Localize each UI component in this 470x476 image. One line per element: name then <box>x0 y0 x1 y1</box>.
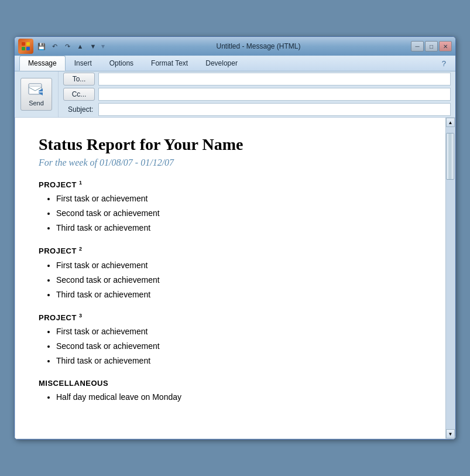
list-item: Second task or achievement <box>56 340 422 352</box>
tab-options[interactable]: Options <box>101 56 142 71</box>
list-item: Half day medical leave on Monday <box>56 391 422 403</box>
ribbon-tabs: Message Insert Options Format Text Devel… <box>15 56 455 71</box>
message-content[interactable]: Status Report for Your Name For the week… <box>15 118 445 439</box>
list-item: Third task or achievement <box>56 355 422 367</box>
send-icon <box>27 82 46 98</box>
to-input[interactable] <box>98 73 451 85</box>
list-item: First task or achievement <box>56 326 422 338</box>
redo-icon[interactable]: ↷ <box>61 40 73 52</box>
help-icon[interactable]: ? <box>437 56 451 71</box>
message-body: Status Report for Your Name For the week… <box>15 117 455 439</box>
to-button[interactable]: To... <box>63 73 95 85</box>
scroll-thumb[interactable] <box>446 133 454 180</box>
tab-developer[interactable]: Developer <box>197 56 246 71</box>
email-header-wrapper: Send To... Cc... Subject: <box>15 71 455 117</box>
window-controls: ─ □ ✕ <box>411 41 452 52</box>
list-item: Third task or achievement <box>56 222 422 234</box>
window-title: Untitled - Message (HTML) <box>108 42 409 50</box>
svg-rect-0 <box>22 42 25 46</box>
title-bar: 💾 ↶ ↷ ▲ ▼ ▾ Untitled - Message (HTML) ─ … <box>15 37 455 56</box>
office-button[interactable] <box>18 39 33 54</box>
project-1-task-list: First task or achievement Second task or… <box>39 193 422 234</box>
undo-icon[interactable]: ↶ <box>49 40 60 52</box>
cc-input[interactable] <box>98 88 451 101</box>
maximize-button[interactable]: □ <box>425 41 438 52</box>
project-section-2: PROJECT 2 First task or achievement Seco… <box>39 246 422 300</box>
list-item: Second task or achievement <box>56 274 422 286</box>
tab-insert[interactable]: Insert <box>66 56 101 71</box>
list-item: Third task or achievement <box>56 289 422 301</box>
minimize-button[interactable]: ─ <box>411 41 424 52</box>
scroll-up-button[interactable]: ▲ <box>446 118 455 127</box>
scroll-down-button[interactable]: ▼ <box>446 429 455 439</box>
project-1-heading: PROJECT 1 <box>39 180 422 189</box>
send-button-container: Send <box>15 71 59 117</box>
email-subtitle: For the week of 01/08/07 - 01/12/07 <box>39 157 422 168</box>
tab-message[interactable]: Message <box>19 56 66 71</box>
email-fields: To... Cc... Subject: <box>59 71 455 117</box>
outlook-window: 💾 ↶ ↷ ▲ ▼ ▾ Untitled - Message (HTML) ─ … <box>14 36 456 440</box>
email-title: Status Report for Your Name <box>39 135 422 154</box>
cc-row: Cc... <box>59 87 455 102</box>
svg-rect-3 <box>26 47 30 50</box>
send-button[interactable]: Send <box>20 78 52 111</box>
to-row: To... <box>59 71 455 87</box>
subject-label: Subject: <box>63 105 95 114</box>
svg-rect-1 <box>26 42 30 46</box>
list-item: Second task or achievement <box>56 207 422 220</box>
list-item: First task or achievement <box>56 259 422 272</box>
list-item: First task or achievement <box>56 193 422 205</box>
save-icon[interactable]: 💾 <box>36 40 47 52</box>
up-arrow-icon[interactable]: ▲ <box>74 40 86 52</box>
project-3-task-list: First task or achievement Second task or… <box>39 326 422 367</box>
misc-task-list: Half day medical leave on Monday <box>39 391 422 403</box>
project-2-task-list: First task or achievement Second task or… <box>39 259 422 301</box>
subject-input[interactable] <box>98 103 451 116</box>
cc-button[interactable]: Cc... <box>63 88 95 101</box>
tab-format-text[interactable]: Format Text <box>142 56 197 71</box>
toolbar-separator: ▾ <box>101 42 105 50</box>
svg-rect-2 <box>22 47 25 50</box>
subject-row: Subject: <box>59 102 455 117</box>
down-arrow-icon[interactable]: ▼ <box>87 40 99 52</box>
send-label: Send <box>29 100 44 107</box>
project-section-3: PROJECT 3 First task or achievement Seco… <box>39 313 422 367</box>
project-3-heading: PROJECT 3 <box>39 313 422 322</box>
project-section-1: PROJECT 1 First task or achievement Seco… <box>39 180 422 234</box>
project-2-heading: PROJECT 2 <box>39 246 422 255</box>
project-section-misc: MISCELLANEOUS Half day medical leave on … <box>39 379 422 403</box>
scroll-track[interactable] <box>446 127 455 429</box>
close-button[interactable]: ✕ <box>439 41 452 52</box>
quick-access-toolbar: 💾 ↶ ↷ ▲ ▼ ▾ <box>36 40 106 52</box>
scrollbar: ▲ ▼ <box>445 118 455 439</box>
ribbon: Message Insert Options Format Text Devel… <box>15 56 455 71</box>
misc-heading: MISCELLANEOUS <box>39 379 422 388</box>
